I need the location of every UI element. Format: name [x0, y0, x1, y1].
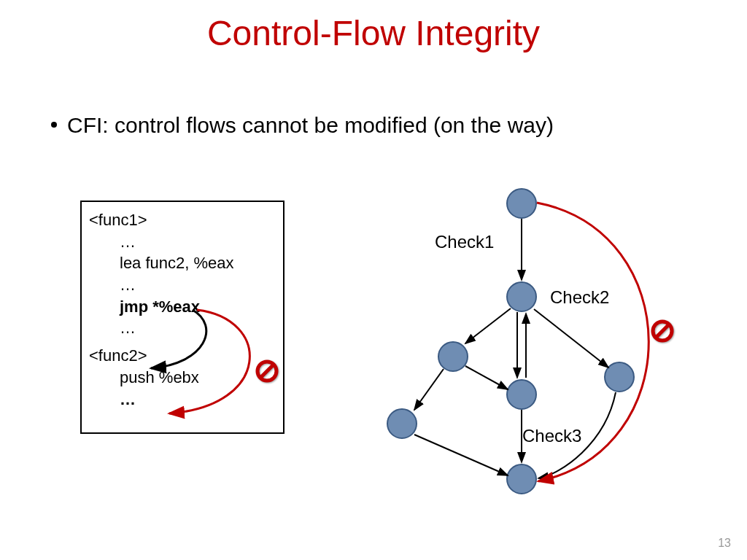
- page-number: 13: [718, 537, 731, 550]
- bullet-dot: [51, 122, 57, 128]
- svg-line-8: [465, 366, 508, 389]
- graph-node-bottom: [506, 464, 537, 494]
- code-line: lea func2, %eax: [89, 252, 277, 274]
- spacer: [89, 339, 277, 345]
- graph-node-mid: [506, 281, 537, 312]
- check1-label: Check1: [435, 232, 494, 252]
- code-line: …: [89, 231, 277, 253]
- code-box: <func1> … lea func2, %eax … jmp *%eax … …: [80, 201, 285, 434]
- check3-label: Check3: [522, 426, 581, 446]
- graph-node-center: [506, 379, 537, 410]
- svg-line-7: [414, 369, 444, 410]
- cfg-graph: Check1 Check2 Check3: [372, 188, 686, 502]
- svg-line-12: [656, 324, 669, 338]
- code-line: …: [89, 389, 277, 411]
- bullet-line: CFI: control flows cannot be modified (o…: [51, 113, 554, 138]
- prohibit-icon: [255, 359, 279, 384]
- slide: Control-Flow Integrity CFI: control flow…: [0, 0, 747, 560]
- slide-title: Control-Flow Integrity: [0, 13, 747, 53]
- code-line: push %ebx: [89, 367, 277, 389]
- code-line: …: [89, 274, 277, 296]
- graph-edges: [372, 188, 686, 502]
- prohibit-icon: [650, 319, 675, 343]
- code-line: <func1>: [89, 209, 277, 231]
- graph-node-left: [438, 341, 468, 372]
- svg-line-3: [465, 308, 511, 343]
- code-line: …: [89, 317, 277, 339]
- svg-line-1: [260, 365, 274, 378]
- svg-line-9: [414, 435, 508, 475]
- bullet-text: CFI: control flows cannot be modified (o…: [67, 113, 554, 137]
- graph-node-right: [604, 362, 635, 392]
- check2-label: Check2: [550, 287, 609, 308]
- code-line-jmp: jmp *%eax: [89, 296, 277, 318]
- graph-node-top: [506, 188, 537, 219]
- code-line: <func2>: [89, 345, 277, 367]
- graph-node-farleft: [387, 408, 417, 439]
- svg-line-4: [534, 309, 608, 368]
